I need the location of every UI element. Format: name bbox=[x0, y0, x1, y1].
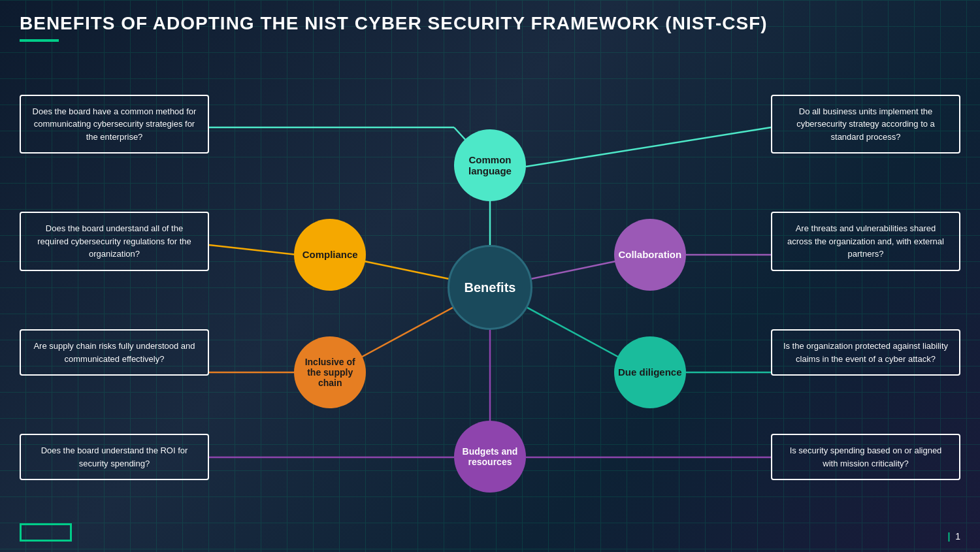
circle-inclusive-supply-chain: Inclusive ofthe supplychain bbox=[294, 336, 366, 408]
left-box-2: Does the board understand all of the req… bbox=[20, 212, 209, 271]
circle-budgets-resources: Budgets andresources bbox=[454, 421, 526, 493]
right-box-4: Is security spending based on or aligned… bbox=[771, 434, 960, 480]
circle-compliance: Compliance bbox=[294, 219, 366, 291]
page-content: BENEFITS OF ADOPTING THE NIST CYBER SECU… bbox=[0, 0, 980, 552]
right-box-2: Are threats and vulnerabilities shared a… bbox=[771, 212, 960, 271]
page-number: | 1 bbox=[948, 531, 961, 542]
right-box-3: Is the organization protected against li… bbox=[771, 329, 960, 376]
right-info-boxes: Do all business units implement the cybe… bbox=[771, 52, 960, 523]
circle-inclusive-label: Inclusive ofthe supplychain bbox=[305, 357, 355, 388]
left-box-3: Are supply chain risks fully understood … bbox=[20, 329, 209, 376]
title-underline bbox=[20, 39, 59, 42]
right-box-1: Do all business units implement the cybe… bbox=[771, 95, 960, 154]
circle-budgets-label: Budgets andresources bbox=[463, 446, 518, 467]
circle-common-language: Commonlanguage bbox=[454, 129, 526, 201]
circle-due-diligence-label: Due diligence bbox=[618, 366, 682, 378]
footer-rectangle bbox=[20, 523, 72, 542]
circle-collaboration: Collaboration bbox=[614, 219, 686, 291]
left-info-boxes: Does the board have a common method for … bbox=[20, 52, 209, 523]
circle-collaboration-label: Collaboration bbox=[618, 249, 681, 260]
circle-benefits-label: Benefits bbox=[465, 280, 516, 295]
footer-logo bbox=[20, 523, 72, 542]
page-num-value: 1 bbox=[955, 531, 960, 542]
circle-common-language-label: Commonlanguage bbox=[468, 154, 512, 176]
circle-compliance-label: Compliance bbox=[302, 249, 358, 260]
svg-line-3 bbox=[526, 127, 771, 167]
diagram-area: Does the board have a common method for … bbox=[20, 52, 960, 523]
page-separator: | bbox=[948, 531, 951, 542]
page-title: BENEFITS OF ADOPTING THE NIST CYBER SECU… bbox=[20, 13, 960, 34]
svg-line-6 bbox=[209, 245, 297, 255]
left-box-4: Does the board understand the ROI for se… bbox=[20, 434, 209, 480]
circle-due-diligence: Due diligence bbox=[614, 336, 686, 408]
circle-benefits: Benefits bbox=[448, 245, 532, 330]
left-box-1: Does the board have a common method for … bbox=[20, 95, 209, 154]
